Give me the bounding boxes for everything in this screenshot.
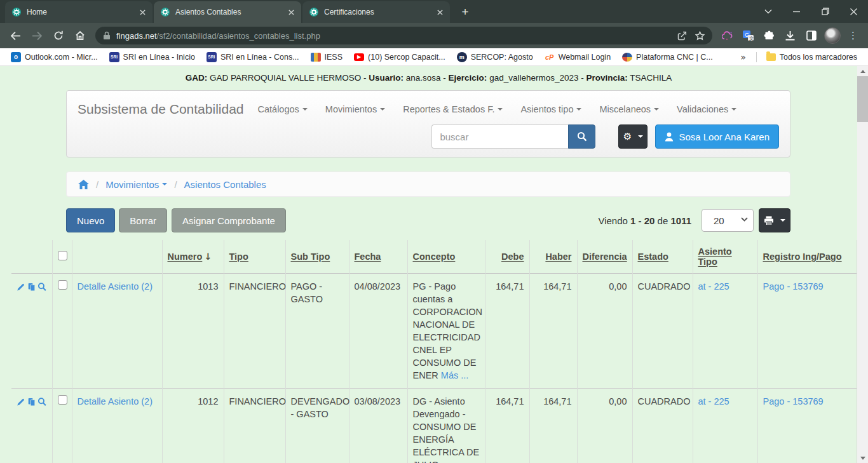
bookmark-label: SRI en Línea - Cons... [220,53,299,62]
header-estado[interactable]: Estado [632,240,693,274]
new-tab-button[interactable]: + [456,3,474,21]
tab-home[interactable]: Home [5,1,153,23]
settings-button[interactable]: ⚙ [618,124,648,149]
scroll-up-icon[interactable] [857,66,868,76]
restore-button[interactable] [811,0,839,23]
bookmark-webmail[interactable]: cPWebmail Login [540,51,615,64]
cpanel-icon: cP [545,52,555,62]
header-diferencia[interactable]: Diferencia [577,240,632,274]
bookmark-sri-inicio[interactable]: SRISRI en Línea - Inicio [105,51,200,64]
address-bar[interactable]: fingads.net/sf2/contabilidad/asientos_co… [95,27,712,44]
extensions-puzzle-icon[interactable] [761,27,778,44]
cell-diferencia: 0,00 [577,274,632,389]
bookmark-sercop-video[interactable]: ▶(10) Sercop Capacit... [349,51,450,63]
menu-catalogos[interactable]: Catálogos [258,104,308,114]
provincia-value: TSACHILA [630,73,672,83]
close-window-button[interactable] [839,0,868,23]
page-size-select[interactable]: 20 [702,209,754,232]
registro-link[interactable]: Pago - 153769 [763,396,824,406]
bookmark-sercop[interactable]: mSERCOP: Agosto [452,51,538,64]
tab-close-icon[interactable] [435,7,445,17]
provincia-label: Provincia: [586,73,627,83]
cell-numero: 1013 [162,274,224,389]
scrollbar-thumb[interactable] [857,76,868,122]
asiento-tipo-link[interactable]: at - 225 [698,396,729,406]
detalle-asiento-link[interactable]: Detalle Asiento (2) [78,281,153,292]
back-icon[interactable] [5,25,25,46]
header-numero[interactable]: Numero↓ [162,240,224,274]
borrar-button[interactable]: Borrar [119,208,167,232]
header-fecha[interactable]: Fecha [349,240,407,274]
search-input[interactable] [431,124,568,149]
select-all-checkbox[interactable] [58,251,67,260]
detalle-asiento-link[interactable]: Detalle Asiento (2) [78,396,153,406]
table-row: Detalle Asiento (2) 1013 FINANCIERO PAGO… [11,274,857,389]
tab-search-icon[interactable] [754,0,782,23]
header-debe[interactable]: Debe [485,240,529,274]
page-scrollbar[interactable] [857,66,868,463]
sort-desc-icon: ↓ [204,252,212,262]
downloads-icon[interactable] [782,27,799,44]
tab-certificaciones[interactable]: Certificaciones [302,1,450,23]
minimize-button[interactable] [782,0,811,23]
reload-icon[interactable] [48,25,69,46]
extension-translate-icon[interactable]: G文 [740,27,757,44]
mas-link[interactable]: Más ... [441,370,469,380]
home-icon[interactable] [70,25,90,46]
tab-close-icon[interactable] [137,7,147,17]
chevron-down-icon [780,219,785,224]
cell-estado: CUADRADO [632,389,693,463]
row-checkbox[interactable] [58,280,67,290]
edit-icon[interactable] [17,282,25,292]
row-checkbox[interactable] [58,395,67,405]
tab-close-icon[interactable] [286,7,296,17]
header-registro[interactable]: Registro Ing/Pago [757,240,857,274]
side-panel-icon[interactable] [803,27,820,44]
profile-avatar[interactable] [824,27,841,44]
breadcrumb-movimientos[interactable]: Movimientos [105,179,167,190]
tab-asientos-contables[interactable]: Asientos Contables [154,1,301,23]
header-tipo[interactable]: Tipo [224,240,285,274]
copy-icon[interactable] [27,282,36,292]
menu-reportes[interactable]: Reportes & Estados F. [403,104,503,114]
header-subtipo[interactable]: Sub Tipo [285,240,349,274]
registro-link[interactable]: Pago - 153769 [763,281,824,292]
copy-icon[interactable] [27,397,36,407]
zoom-detail-icon[interactable] [37,396,46,407]
breadcrumb-separator: / [174,179,177,190]
browser-menu-icon[interactable]: ⋮ [844,27,862,44]
asiento-tipo-link[interactable]: at - 225 [698,281,729,292]
header-haber[interactable]: Haber [529,240,577,274]
share-icon[interactable] [673,27,691,44]
all-bookmarks-button[interactable]: Todos los marcadores [762,51,862,63]
edit-icon[interactable] [17,397,25,407]
bookmark-cnc[interactable]: Plataforma CNC | C... [618,51,717,63]
breadcrumb-home[interactable] [78,180,89,189]
chevron-down-icon [638,135,643,140]
nuevo-button[interactable]: Nuevo [66,208,115,232]
forward-icon[interactable] [27,25,47,46]
menu-movimientos[interactable]: Movimientos [325,104,385,114]
bookmark-iess[interactable]: IESS [306,51,348,63]
site-favicon-icon [160,7,170,17]
menu-miscelaneos[interactable]: Miscelaneos [599,104,659,114]
search-button[interactable] [568,124,595,149]
header-concepto[interactable]: Concepto [407,240,485,274]
user-button[interactable]: Sosa Loor Ana Karen [655,124,779,149]
bookmark-outlook[interactable]: oOutlook.com - Micr... [6,51,102,64]
asignar-comprobante-button[interactable]: Asignar Comprobante [172,208,286,232]
menu-validaciones[interactable]: Validaciones [677,104,736,114]
scroll-down-icon[interactable] [857,453,868,463]
zoom-detail-icon[interactable] [37,281,46,292]
extension-cloud-icon[interactable] [719,27,736,44]
print-button[interactable] [759,208,790,232]
page-size-wrap: 20 [702,209,754,232]
cell-concepto: PG - Pago cuentas a CORPORACION NACIONAL… [407,274,485,389]
bookmark-sri-consultas[interactable]: SRISRI en Línea - Cons... [202,51,304,64]
bookmarks-overflow-chevron[interactable]: » [735,52,751,62]
gad-label: GAD: [186,73,208,83]
gear-icon: ⚙ [623,132,632,142]
header-asiento-tipo[interactable]: Asiento Tipo [693,240,757,274]
bookmark-star-icon[interactable] [691,27,709,44]
menu-asientos-tipo[interactable]: Asientos tipo [520,104,581,114]
